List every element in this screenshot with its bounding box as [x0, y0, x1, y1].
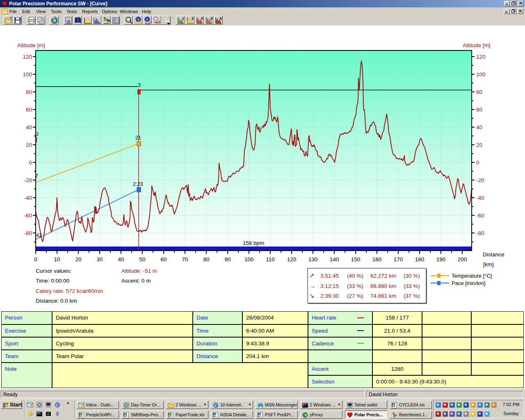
- svg-text:30: 30: [96, 256, 103, 262]
- svg-text:120: 120: [287, 256, 297, 262]
- svg-text:60: 60: [26, 107, 32, 113]
- svg-text:→: →: [309, 282, 315, 289]
- svg-text:Altitude [m]: Altitude [m]: [463, 42, 491, 48]
- svg-text:-40: -40: [476, 195, 484, 201]
- svg-text:Time: 0:00:00: Time: 0:00:00: [36, 278, 69, 284]
- svg-text:X: X: [393, 404, 395, 407]
- svg-text:↘: ↘: [309, 292, 315, 299]
- svg-text:[km]: [km]: [483, 261, 494, 267]
- svg-text:74.861 km: 74.861 km: [370, 293, 396, 299]
- svg-text:-40: -40: [24, 195, 32, 201]
- svg-text:190: 190: [436, 256, 446, 262]
- svg-text:120: 120: [476, 54, 486, 60]
- svg-text:150: 150: [351, 256, 361, 262]
- svg-text:2:23: 2:23: [133, 181, 143, 187]
- svg-text:158 bpm: 158 bpm: [243, 240, 265, 246]
- svg-text:1:1: 1:1: [127, 18, 130, 21]
- svg-text:40: 40: [476, 124, 482, 130]
- svg-text:90: 90: [224, 256, 231, 262]
- svg-text:e: e: [215, 403, 217, 408]
- svg-text:3:51:45: 3:51:45: [320, 273, 339, 279]
- svg-text:-80: -80: [24, 230, 32, 236]
- svg-text:0: 0: [34, 256, 37, 262]
- svg-text:1: 1: [182, 16, 184, 21]
- svg-text:4: 4: [210, 16, 212, 21]
- svg-text:3:12:15: 3:12:15: [320, 283, 339, 289]
- svg-text:40: 40: [26, 124, 32, 130]
- svg-text:160: 160: [372, 256, 382, 262]
- svg-text:140: 140: [330, 256, 339, 262]
- svg-text:100: 100: [23, 71, 32, 78]
- svg-text:180: 180: [415, 256, 425, 262]
- svg-text:60: 60: [160, 256, 167, 262]
- svg-text:170: 170: [394, 256, 403, 262]
- svg-text:21: 21: [135, 135, 141, 141]
- svg-text:60: 60: [476, 107, 482, 113]
- svg-text:80: 80: [476, 89, 482, 95]
- svg-text:Distance: 0.0 km: Distance: 0.0 km: [36, 298, 77, 304]
- svg-text:(40 %): (40 %): [347, 273, 363, 279]
- svg-text:2: 2: [192, 16, 194, 21]
- svg-text:X: X: [169, 413, 171, 417]
- svg-text:Altitude [m]: Altitude [m]: [17, 42, 45, 48]
- svg-text:10: 10: [54, 256, 60, 262]
- svg-text:0: 0: [476, 160, 479, 166]
- svg-text:7: 7: [35, 173, 38, 179]
- svg-text:70: 70: [182, 256, 188, 262]
- svg-text:5: 5: [220, 16, 222, 21]
- svg-text:(30 %): (30 %): [404, 273, 420, 279]
- svg-text:100: 100: [244, 256, 254, 262]
- svg-text:-60: -60: [476, 212, 484, 219]
- svg-text:20: 20: [75, 256, 81, 262]
- svg-text:W: W: [258, 413, 261, 417]
- svg-text:50: 50: [139, 256, 145, 262]
- svg-text:2: 2: [36, 132, 39, 137]
- svg-text:200: 200: [458, 256, 467, 262]
- svg-text:%: %: [106, 18, 110, 23]
- svg-text:-20: -20: [476, 177, 484, 183]
- svg-text:100: 100: [476, 71, 486, 78]
- svg-text:Cursor values:: Cursor values:: [36, 268, 71, 274]
- svg-text:-20: -20: [24, 177, 32, 183]
- svg-text:C:\: C:\: [303, 404, 306, 406]
- svg-text:Calory rate: 572 kcal/60min: Calory rate: 572 kcal/60min: [36, 288, 103, 294]
- svg-text:130: 130: [308, 256, 318, 262]
- svg-text:↗: ↗: [309, 272, 315, 279]
- svg-text:80: 80: [203, 256, 209, 262]
- svg-text:20: 20: [476, 142, 482, 148]
- svg-text:3: 3: [201, 16, 203, 21]
- svg-text:(37 %): (37 %): [404, 293, 420, 299]
- svg-text:i: i: [138, 18, 139, 22]
- svg-text:C:\: C:\: [37, 412, 41, 415]
- svg-text:40: 40: [118, 256, 124, 262]
- svg-text:(33 %): (33 %): [404, 283, 420, 289]
- svg-text:2:39:30: 2:39:30: [320, 293, 339, 299]
- svg-text:62.272 km: 62.272 km: [370, 273, 396, 279]
- svg-text:120: 120: [23, 54, 32, 60]
- svg-text:(27 %): (27 %): [347, 293, 363, 299]
- svg-text:42: 42: [36, 233, 42, 238]
- svg-text:Pace [min/km]: Pace [min/km]: [452, 280, 485, 286]
- svg-text:W: W: [213, 413, 217, 417]
- svg-text:-80: -80: [476, 230, 484, 236]
- svg-text:X: X: [124, 413, 127, 417]
- svg-text:3: 3: [138, 82, 141, 88]
- svg-text:80: 80: [26, 89, 32, 95]
- svg-text:X: X: [80, 413, 82, 417]
- svg-text:20: 20: [26, 142, 32, 148]
- svg-text:(33 %): (33 %): [347, 283, 363, 289]
- svg-text:e: e: [56, 402, 58, 407]
- svg-text:Ascent: 0 m: Ascent: 0 m: [121, 278, 151, 284]
- svg-text:-60: -60: [24, 212, 32, 219]
- svg-text:0: 0: [29, 160, 32, 166]
- svg-text:i: i: [147, 18, 148, 22]
- svg-text:66.860 km: 66.860 km: [370, 283, 396, 289]
- svg-text:Altitude: -51 m: Altitude: -51 m: [121, 268, 157, 274]
- svg-text:Distance: Distance: [483, 251, 504, 258]
- svg-text:110: 110: [266, 256, 275, 262]
- svg-text:Temperature [°C]: Temperature [°C]: [452, 273, 492, 279]
